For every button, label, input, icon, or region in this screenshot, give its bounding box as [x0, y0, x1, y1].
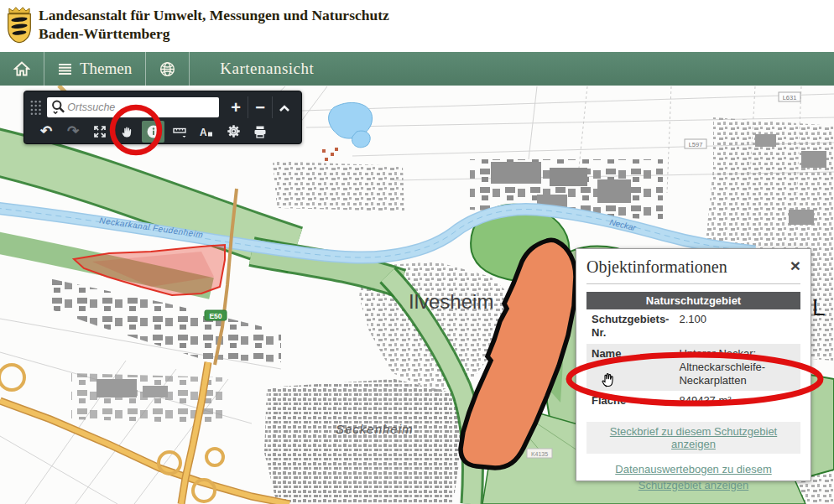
attr-value: 849437 m²	[674, 391, 800, 411]
themen-label: Themen	[80, 60, 132, 78]
steckbrief-link[interactable]: Steckbrief zu diesem Schutzgebiet anzeig…	[586, 422, 800, 454]
globe-button[interactable]	[146, 52, 189, 86]
zoom-in-button[interactable]: +	[224, 96, 248, 118]
app-title-line2: Baden-Württemberg	[39, 24, 389, 43]
home-icon	[13, 61, 30, 76]
ruler-icon	[173, 124, 187, 138]
globe-icon	[159, 61, 175, 77]
svg-text:E50: E50	[209, 312, 222, 320]
gear-icon	[227, 124, 241, 138]
object-info-button[interactable]	[142, 121, 164, 143]
attribute-table: Schutzgebiets-Nr. 2.100 Name Unterer Nec…	[586, 309, 800, 412]
table-row: Fläche 849437 m²	[586, 391, 800, 411]
search-box	[47, 97, 219, 117]
print-button[interactable]	[247, 121, 274, 143]
search-input[interactable]	[67, 101, 201, 113]
page-header: Landesanstalt für Umwelt, Messungen und …	[0, 0, 834, 52]
map-toolbar: + − ↶ ↷	[23, 91, 302, 144]
attr-label: Name	[586, 344, 674, 392]
svg-text:Ilvesheim: Ilvesheim	[409, 290, 493, 313]
app-title-line1: Landesanstalt für Umwelt, Messungen und …	[39, 6, 389, 24]
attr-value: 2.100	[674, 309, 800, 344]
chevron-up-icon	[278, 103, 291, 113]
printer-icon	[253, 125, 267, 138]
attr-label: Fläche	[586, 391, 674, 411]
themen-menu-button[interactable]: Themen	[44, 52, 145, 86]
toolbar-drag-handle[interactable]	[29, 99, 44, 116]
close-icon[interactable]: ×	[790, 257, 800, 274]
svg-text:A: A	[200, 126, 207, 138]
svg-text:L: L	[812, 294, 826, 320]
app-window: Ilvesheim Seckenheim Neckarkanal Feudenh…	[0, 0, 834, 504]
svg-text:K4135: K4135	[531, 451, 548, 457]
svg-text:Seckenheim: Seckenheim	[336, 422, 414, 436]
attr-value: Unterer Neckar: Altneckarschleife-Neckar…	[674, 344, 800, 392]
zoom-extent-icon	[93, 125, 107, 138]
zoom-out-button[interactable]: −	[248, 96, 272, 118]
settings-button[interactable]	[220, 121, 247, 143]
undo-button[interactable]: ↶	[33, 121, 60, 143]
zoom-extent-button[interactable]	[86, 121, 113, 143]
baden-wuerttemberg-coat-of-arms	[6, 6, 33, 44]
info-icon	[146, 124, 161, 139]
home-button[interactable]	[0, 52, 44, 86]
table-row: Name Unterer Neckar: Altneckarschleife-N…	[586, 344, 800, 392]
attr-label: Schutzgebiets-Nr.	[586, 309, 674, 344]
search-icon[interactable]	[50, 99, 67, 116]
svg-text:L597: L597	[689, 141, 703, 148]
collapse-toolbar-button[interactable]	[273, 96, 296, 118]
svg-text:L631: L631	[783, 94, 797, 101]
feature-class-header: Naturschutzgebiet	[586, 292, 800, 309]
label-button[interactable]: A	[193, 121, 220, 143]
panel-divider	[586, 283, 800, 284]
view-title: Kartenansicht	[190, 52, 314, 86]
datenauswertebogen-link[interactable]: Datenauswertebogen zu diesem Schutzgebie…	[586, 461, 800, 494]
main-navbar: Themen Kartenansicht	[0, 52, 834, 86]
hamburger-icon	[58, 63, 72, 75]
table-row: Schutzgebiets-Nr. 2.100	[586, 309, 800, 344]
label-a-icon: A	[200, 125, 213, 138]
measure-button[interactable]	[166, 121, 193, 143]
panel-title: Objektinformationen	[586, 257, 727, 277]
redo-button[interactable]: ↷	[60, 121, 86, 143]
hand-icon	[121, 125, 133, 138]
app-title: Landesanstalt für Umwelt, Messungen und …	[39, 6, 389, 44]
object-info-panel: Objektinformationen × Naturschutzgebiet …	[576, 248, 811, 481]
pan-hand-button[interactable]	[113, 121, 140, 143]
